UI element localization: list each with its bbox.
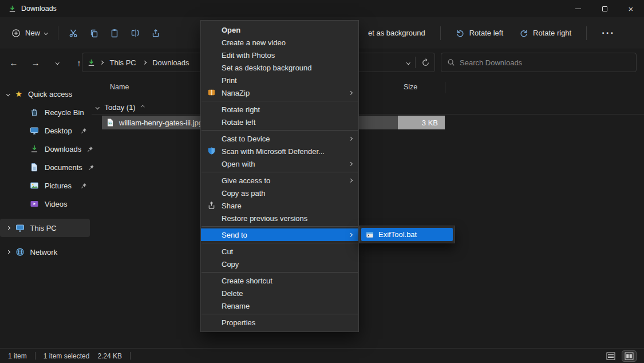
- set-as-background-button[interactable]: et as background: [362, 25, 431, 41]
- copy-button[interactable]: [84, 25, 104, 42]
- up-icon: ↑: [77, 58, 81, 68]
- sidebar-item-pictures[interactable]: Pictures: [0, 176, 92, 195]
- sidebar-item-this-pc[interactable]: This PC: [0, 219, 90, 237]
- menu-item-cut[interactable]: Cut: [201, 245, 358, 258]
- pin-icon: [81, 128, 87, 134]
- minimize-icon: [575, 9, 581, 9]
- address-downloads-icon: [87, 58, 96, 67]
- pictures-icon: [30, 181, 39, 190]
- rename-button[interactable]: [125, 25, 145, 42]
- close-button[interactable]: ×: [618, 0, 644, 17]
- sidebar-item-downloads[interactable]: Downloads: [0, 140, 92, 158]
- rotate-left-label: Rotate left: [469, 29, 503, 37]
- menu-item-label: Share: [222, 202, 242, 210]
- large-icons-view-button[interactable]: [622, 351, 636, 361]
- forward-button[interactable]: →: [27, 54, 44, 70]
- menu-item-create-a-new-video[interactable]: Create a new video: [201, 36, 358, 49]
- sidebar-item-videos[interactable]: Videos: [0, 195, 92, 213]
- group-collapse-icon[interactable]: [141, 105, 144, 109]
- toolbar-separator: [58, 26, 58, 40]
- item-count: 1 item: [8, 352, 27, 360]
- menu-item-open[interactable]: Open: [201, 23, 358, 36]
- status-separator: [130, 352, 131, 360]
- column-header-size[interactable]: Size: [404, 83, 417, 91]
- menu-item-label: Rotate right: [222, 105, 260, 114]
- column-divider[interactable]: [445, 82, 445, 93]
- file-size: 3 KB: [422, 119, 438, 127]
- file-list: Name Size Today (1) william-henry-gates-…: [92, 76, 644, 348]
- menu-item-create-shortcut[interactable]: Create shortcut: [201, 274, 358, 287]
- minimize-button[interactable]: [565, 0, 591, 17]
- sidebar-item-quick-access[interactable]: ★ Quick access: [0, 85, 92, 103]
- column-headers: Name Size: [92, 80, 644, 95]
- recent-locations-button[interactable]: [49, 54, 65, 70]
- rotate-left-button[interactable]: Rotate left: [450, 25, 509, 42]
- maximize-button[interactable]: [591, 0, 618, 17]
- menu-separator: [202, 101, 358, 101]
- menu-item-open-with[interactable]: Open with: [201, 157, 358, 170]
- menu-item-label: Restore previous versions: [222, 214, 307, 223]
- more-options-button[interactable]: ···: [596, 23, 621, 43]
- column-header-name[interactable]: Name: [110, 83, 129, 91]
- status-separator: [35, 352, 35, 360]
- cut-button[interactable]: [63, 25, 84, 42]
- back-icon: ←: [10, 58, 18, 68]
- menu-item-nanazip[interactable]: NanaZip: [201, 86, 358, 99]
- menu-item-scan-with-defender[interactable]: Scan with Microsoft Defender...: [201, 145, 358, 157]
- submenu-item-exiftool[interactable]: ExifTool.bat: [361, 228, 453, 241]
- new-button[interactable]: New: [6, 25, 53, 42]
- menu-item-share[interactable]: Share: [201, 199, 358, 212]
- address-bar-divider: [415, 57, 416, 68]
- menu-item-rename[interactable]: Rename: [201, 299, 358, 312]
- back-button[interactable]: ←: [6, 54, 22, 70]
- menu-item-print[interactable]: Print: [201, 74, 358, 86]
- breadcrumb-this-pc[interactable]: This PC: [108, 57, 139, 69]
- menu-item-copy-as-path[interactable]: Copy as path: [201, 187, 358, 199]
- menu-item-label: NanaZip: [222, 89, 250, 97]
- search-input[interactable]: [460, 58, 630, 67]
- window-controls: ×: [565, 0, 644, 17]
- menu-item-rotate-right[interactable]: Rotate right: [201, 103, 358, 116]
- menu-item-send-to[interactable]: Send to: [201, 228, 358, 241]
- search-icon: [447, 58, 455, 66]
- menu-item-copy[interactable]: Copy: [201, 258, 358, 270]
- nav-buttons: ← → ↑: [6, 49, 87, 76]
- share-button[interactable]: [145, 25, 166, 42]
- nanazip-icon: [207, 88, 216, 97]
- sidebar-item-documents[interactable]: Documents: [0, 158, 92, 176]
- paste-button[interactable]: [104, 25, 125, 42]
- file-name: william-henry-gates-iii.jpg: [119, 119, 203, 127]
- group-header-today[interactable]: Today (1): [92, 101, 644, 115]
- chevron-down-icon[interactable]: [6, 92, 10, 96]
- menu-item-cast-to-device[interactable]: Cast to Device: [201, 132, 358, 145]
- group-expand-icon[interactable]: [96, 105, 99, 109]
- group-label: Today (1): [105, 103, 136, 112]
- address-dropdown-icon[interactable]: [406, 61, 410, 64]
- rotate-right-button[interactable]: Rotate right: [513, 25, 577, 42]
- menu-item-label: Create shortcut: [222, 277, 272, 285]
- details-view-button[interactable]: [604, 351, 618, 361]
- menu-separator: [202, 272, 358, 273]
- menu-item-properties[interactable]: Properties: [201, 316, 358, 329]
- sidebar-item-network[interactable]: Network: [0, 243, 92, 261]
- set-as-background-label: et as background: [368, 29, 425, 37]
- file-size-cell: 3 KB: [398, 116, 445, 129]
- share-icon: [207, 201, 216, 210]
- sidebar-item-recycle-bin[interactable]: Recycle Bin: [0, 103, 92, 121]
- menu-item-delete[interactable]: Delete: [201, 287, 358, 299]
- refresh-button[interactable]: [421, 58, 430, 67]
- new-icon: [11, 29, 21, 38]
- breadcrumb-downloads[interactable]: Downloads: [150, 57, 191, 69]
- menu-item-label: Delete: [222, 289, 243, 298]
- chevron-right-icon[interactable]: [6, 250, 10, 254]
- menu-item-give-access-to[interactable]: Give access to: [201, 174, 358, 187]
- chevron-right-icon[interactable]: [6, 226, 10, 230]
- sidebar-item-desktop[interactable]: Desktop: [0, 121, 92, 140]
- menu-item-label: Print: [222, 76, 237, 85]
- menu-item-edit-with-photos[interactable]: Edit with Photos: [201, 49, 358, 61]
- menu-item-rotate-left[interactable]: Rotate left: [201, 116, 358, 128]
- defender-shield-icon: [207, 147, 216, 155]
- sidebar-gap: [0, 237, 92, 243]
- menu-item-set-as-desktop-background[interactable]: Set as desktop background: [201, 61, 358, 74]
- menu-item-restore-previous-versions[interactable]: Restore previous versions: [201, 212, 358, 224]
